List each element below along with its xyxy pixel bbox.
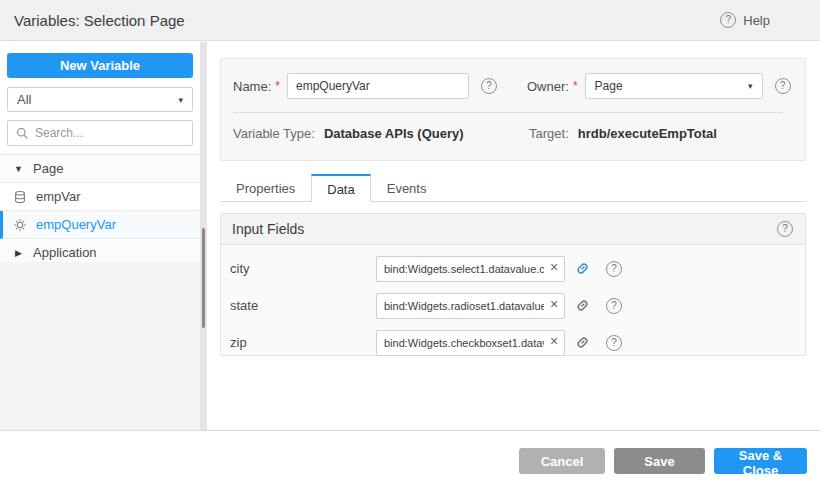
bind-link-icon[interactable] — [574, 334, 591, 351]
variable-type-value: Database APIs (Query) — [324, 126, 464, 141]
chevron-down-icon: ▾ — [178, 95, 183, 105]
page-title: Variables: Selection Page — [14, 12, 185, 29]
chevron-down-icon: ▾ — [748, 81, 753, 91]
field-label-city: city — [230, 261, 376, 276]
help-button[interactable]: ? Help — [720, 12, 770, 28]
required-marker: * — [275, 79, 280, 93]
save-button[interactable]: Save — [614, 448, 705, 474]
search-icon — [16, 127, 29, 140]
tab-data[interactable]: Data — [311, 174, 370, 202]
search-input[interactable] — [35, 126, 184, 140]
gear-icon — [13, 218, 27, 232]
input-field-row-state: state × ? — [221, 287, 805, 324]
variables-tree: ▼ Page empVar — [0, 154, 200, 267]
sidebar-divider — [200, 42, 207, 430]
variable-type-label: Variable Type: — [233, 126, 315, 141]
tree-node-empvar[interactable]: empVar — [0, 183, 200, 211]
field-label-zip: zip — [230, 335, 376, 350]
variable-summary-panel: Name: * ? Owner: * Page ▾ ? Variable Typ… — [220, 58, 806, 161]
target-value: hrdb/executeEmpTotal — [578, 126, 717, 141]
tree-node-label: Page — [33, 161, 63, 176]
owner-selected-value: Page — [595, 79, 623, 93]
input-field-row-city: city × ? — [221, 250, 805, 287]
bind-link-icon[interactable] — [574, 297, 591, 314]
expand-collapse-icon[interactable]: ▼ — [13, 164, 24, 174]
city-bind-input[interactable] — [376, 256, 565, 282]
tree-node-label: Application — [33, 245, 97, 260]
input-field-row-zip: zip × ? — [221, 324, 805, 361]
field-label-state: state — [230, 298, 376, 313]
clear-icon[interactable]: × — [547, 260, 561, 274]
sidebar-empty-area — [0, 262, 200, 430]
database-icon — [13, 190, 27, 204]
zip-bind-input[interactable] — [376, 330, 565, 356]
help-icon: ? — [720, 12, 736, 28]
owner-help-icon[interactable]: ? — [775, 78, 791, 94]
save-and-close-button[interactable]: Save & Close — [714, 448, 807, 474]
tab-properties[interactable]: Properties — [220, 175, 311, 201]
help-label: Help — [743, 13, 770, 28]
bind-link-icon[interactable] — [574, 260, 591, 277]
name-label: Name: — [233, 79, 271, 94]
tab-events[interactable]: Events — [371, 175, 443, 201]
filter-selected-value: All — [17, 92, 31, 107]
clear-icon[interactable]: × — [547, 334, 561, 348]
detail-tabs: Properties Data Events — [220, 175, 806, 202]
expand-collapse-icon[interactable]: ▶ — [13, 248, 24, 258]
variable-filter-select[interactable]: All ▾ — [7, 87, 193, 112]
name-field[interactable] — [287, 73, 469, 99]
required-marker: * — [573, 79, 578, 93]
zip-help-icon[interactable]: ? — [606, 335, 622, 351]
clear-icon[interactable]: × — [547, 297, 561, 311]
tree-node-page[interactable]: ▼ Page — [0, 155, 200, 183]
dialog-header: Variables: Selection Page ? Help — [0, 0, 820, 41]
new-variable-button[interactable]: New Variable — [7, 53, 193, 78]
state-bind-input[interactable] — [376, 293, 565, 319]
tree-node-empqueryvar[interactable]: empQueryVar — [0, 211, 200, 239]
input-fields-title: Input Fields — [232, 221, 304, 237]
input-fields-panel: Input Fields ? city × ? state × — [220, 213, 806, 356]
cancel-button[interactable]: Cancel — [519, 448, 605, 474]
name-help-icon[interactable]: ? — [481, 78, 497, 94]
variable-detail-panel: Name: * ? Owner: * Page ▾ ? Variable Typ… — [207, 42, 820, 430]
target-label: Target: — [529, 126, 569, 141]
tree-node-label: empVar — [36, 189, 81, 204]
owner-select[interactable]: Page ▾ — [585, 73, 763, 99]
scrollbar-thumb[interactable] — [202, 228, 205, 328]
state-help-icon[interactable]: ? — [606, 298, 622, 314]
dialog-footer: Cancel Save Save & Close — [0, 431, 820, 489]
variable-search[interactable] — [7, 120, 193, 146]
tree-node-label: empQueryVar — [36, 217, 116, 232]
owner-label: Owner: — [527, 79, 569, 94]
city-help-icon[interactable]: ? — [606, 261, 622, 277]
input-fields-help-icon[interactable]: ? — [777, 221, 793, 237]
